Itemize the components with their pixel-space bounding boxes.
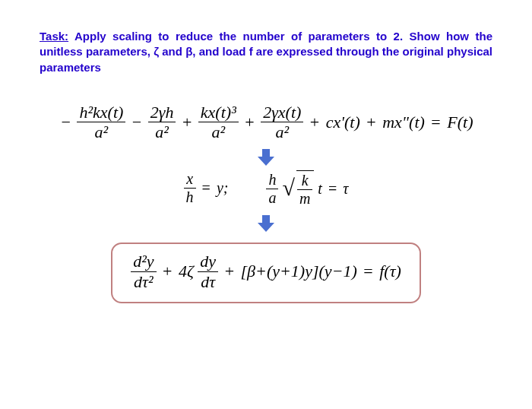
eq1-t3-num: kx(t)³	[198, 103, 239, 122]
sub1-rhs: y;	[217, 179, 229, 197]
task-text: Apply scaling to reduce the number of pa…	[40, 30, 492, 74]
sub2-rad-num: k	[297, 172, 312, 190]
res-t1-num: d²y	[131, 252, 156, 271]
eq1-t4-den: a²	[261, 122, 303, 141]
sub2-rad-den: m	[297, 190, 312, 208]
sub2-t: t	[318, 180, 322, 198]
task-label: Task:	[40, 30, 68, 43]
task-statement: Task: Apply scaling to reduce the number…	[40, 29, 492, 75]
eq1-t2-num: 2γh	[148, 103, 176, 122]
eq1-t1-den: a²	[77, 122, 125, 141]
eq1-t2-den: a²	[148, 122, 176, 141]
sub2-rhs: τ	[343, 180, 348, 198]
res-coef: 4ζ	[179, 262, 194, 281]
sub1-num: x	[184, 170, 196, 189]
down-arrow-icon	[258, 147, 274, 167]
eq1-t3-den: a²	[198, 122, 239, 141]
res-t2-num: dy	[198, 252, 218, 271]
sub1-den: h	[184, 189, 196, 206]
eq1-rhs: F(t)	[447, 113, 473, 132]
original-equation: − h²kx(t) a² − 2γh a² + kx(t)³ a² + 2γx(…	[40, 103, 492, 142]
down-arrow-icon	[258, 214, 274, 233]
res-rhs: f(τ)	[379, 262, 401, 281]
res-t2-den: dτ	[198, 272, 218, 291]
res-bracket: [β+(y+1)y](y−1)	[241, 262, 357, 281]
sub2-num: h	[266, 171, 278, 189]
sub2-den: a	[266, 189, 278, 207]
eq1-t6: mx"(t)	[382, 113, 425, 132]
eq1-t1-num: h²kx(t)	[77, 103, 125, 122]
res-t1-den: dτ²	[131, 272, 156, 291]
eq1-t4-num: 2γx(t)	[261, 103, 303, 122]
scaled-equation: d²y dτ² + 4ζ dy dτ + [β+(y+1)y](y−1) = f…	[111, 243, 421, 303]
substitutions: x h = y; h a √ k m t = τ	[40, 170, 492, 208]
eq1-t5: cx'(t)	[326, 113, 360, 132]
